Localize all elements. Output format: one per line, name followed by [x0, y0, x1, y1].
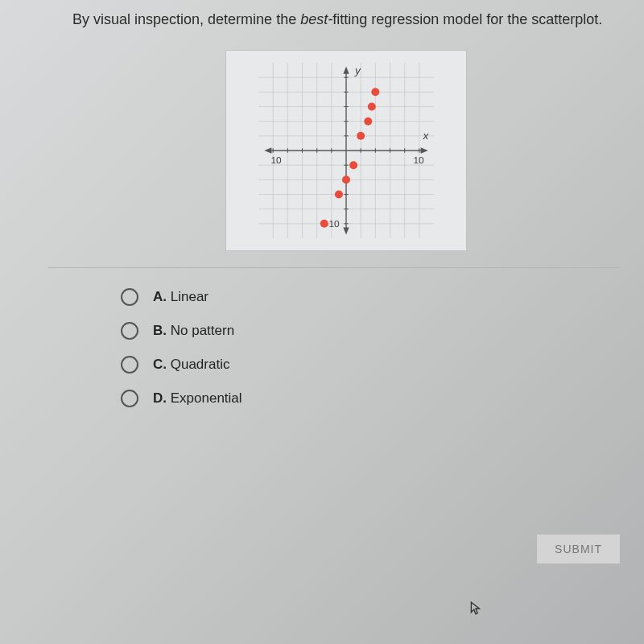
question-text: By visual inspection, determine the best…	[72, 10, 620, 30]
svg-point-50	[357, 132, 365, 140]
svg-marker-23	[343, 228, 349, 235]
option-label: D. Exponential	[153, 390, 242, 407]
option-b[interactable]: B. No pattern	[121, 322, 620, 340]
svg-marker-24	[264, 148, 271, 154]
svg-point-51	[364, 118, 372, 126]
answer-options: A. Linear B. No pattern C. Quadratic D. …	[72, 288, 620, 407]
option-c[interactable]: C. Quadratic	[121, 356, 620, 374]
radio-icon	[121, 322, 138, 340]
x-axis-label: x	[422, 130, 429, 142]
option-label: B. No pattern	[153, 323, 234, 339]
scatter-points	[320, 89, 380, 228]
radio-icon	[121, 288, 138, 306]
option-d[interactable]: D. Exponential	[121, 390, 620, 407]
svg-marker-25	[421, 148, 428, 154]
option-a[interactable]: A. Linear	[121, 288, 620, 306]
x-tick-neg: 10	[270, 155, 282, 167]
radio-icon	[121, 390, 138, 407]
scatterplot-chart: y x 10 10 -10	[225, 50, 467, 251]
svg-point-49	[349, 161, 357, 169]
svg-point-47	[335, 191, 343, 199]
x-tick-pos: 10	[414, 155, 425, 167]
divider	[48, 267, 620, 268]
radio-icon	[121, 356, 138, 374]
svg-point-48	[342, 176, 350, 184]
cursor-icon	[469, 601, 483, 620]
svg-point-52	[368, 103, 376, 111]
svg-point-46	[320, 220, 328, 228]
submit-button[interactable]: SUBMIT	[537, 535, 620, 564]
option-label: C. Quadratic	[153, 357, 229, 373]
option-label: A. Linear	[153, 289, 208, 305]
svg-point-53	[371, 89, 379, 97]
y-axis-label: y	[354, 64, 361, 76]
chart-svg: y x 10 10 -10	[238, 63, 454, 238]
svg-marker-22	[343, 67, 349, 74]
